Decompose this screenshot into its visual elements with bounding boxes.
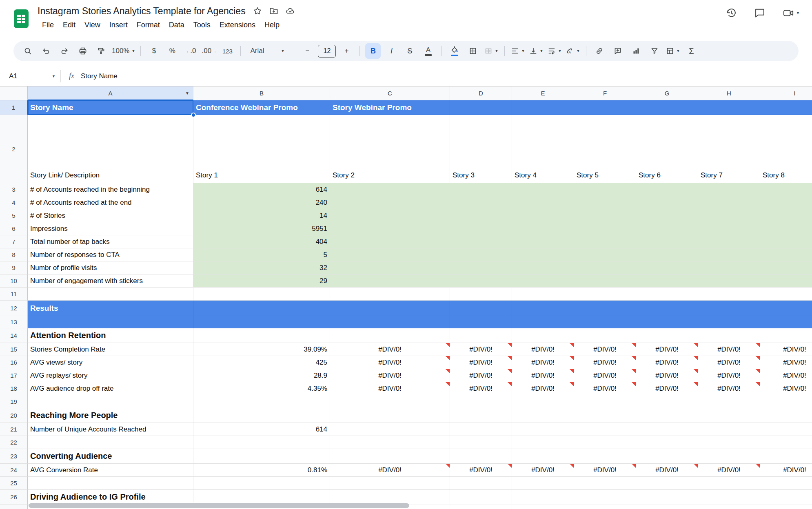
cell-G20[interactable] xyxy=(636,408,698,423)
paint-format-button[interactable] xyxy=(93,43,109,59)
cell-C4[interactable] xyxy=(330,196,450,209)
cell-E17[interactable]: #DIV/0! xyxy=(512,369,574,382)
cell-H11[interactable] xyxy=(698,288,760,301)
cell-C15[interactable]: #DIV/0! xyxy=(330,343,450,356)
print-button[interactable] xyxy=(75,43,91,59)
insert-link-button[interactable] xyxy=(592,43,607,59)
cell-G5[interactable] xyxy=(636,209,698,222)
cell-A10[interactable]: Number of engagement with stickers xyxy=(28,274,193,288)
increase-font-size-button[interactable]: + xyxy=(339,43,354,59)
cell-G3[interactable] xyxy=(636,183,698,196)
cell-E11[interactable] xyxy=(512,288,574,301)
decrease-font-size-button[interactable]: − xyxy=(300,43,315,59)
cell-G12[interactable] xyxy=(636,301,698,316)
row-header-6[interactable]: 6 xyxy=(0,222,28,235)
cell-C19[interactable] xyxy=(330,395,450,408)
cell-I5[interactable] xyxy=(760,209,812,222)
cell-H6[interactable] xyxy=(698,222,760,235)
cell-A9[interactable]: Numbr of profile visits xyxy=(28,261,193,274)
cell-I19[interactable] xyxy=(760,395,812,408)
format-currency-button[interactable]: $ xyxy=(146,43,162,59)
zoom-select[interactable]: 100%▼ xyxy=(112,43,135,59)
cell-B18[interactable]: 4.35% xyxy=(193,382,330,395)
vertical-align-button[interactable]: ▼ xyxy=(528,43,544,59)
cell-B17[interactable]: 28.9 xyxy=(193,369,330,382)
cell-B9[interactable]: 32 xyxy=(193,261,330,274)
row-header-23[interactable]: 23 xyxy=(0,449,28,464)
cell-D22[interactable] xyxy=(450,436,512,449)
cell-F15[interactable]: #DIV/0! xyxy=(574,343,636,356)
cell-I15[interactable]: #DIV/0! xyxy=(760,343,812,356)
cell-C6[interactable] xyxy=(330,222,450,235)
cell-H17[interactable]: #DIV/0! xyxy=(698,369,760,382)
cell-C20[interactable] xyxy=(330,408,450,423)
row-header-27[interactable] xyxy=(0,505,28,509)
row-header-2[interactable]: 2 xyxy=(0,115,28,183)
cell-C11[interactable] xyxy=(330,288,450,301)
cell-G15[interactable]: #DIV/0! xyxy=(636,343,698,356)
cell-E6[interactable] xyxy=(512,222,574,235)
cell-H15[interactable]: #DIV/0! xyxy=(698,343,760,356)
menu-format[interactable]: Format xyxy=(132,20,164,31)
merge-cells-button[interactable]: ▼ xyxy=(484,43,499,59)
cell-C22[interactable] xyxy=(330,436,450,449)
cell-H14[interactable] xyxy=(698,328,760,343)
cell-B15[interactable]: 39.09% xyxy=(193,343,330,356)
cell-I12[interactable] xyxy=(760,301,812,316)
cell-A25[interactable] xyxy=(28,477,193,490)
row-header-16[interactable]: 16 xyxy=(0,356,28,369)
menu-extensions[interactable]: Extensions xyxy=(215,20,260,31)
cell-C3[interactable] xyxy=(330,183,450,196)
row-header-13[interactable]: 13 xyxy=(0,316,28,328)
cell-A1[interactable]: Story Name xyxy=(28,100,193,115)
cell-F7[interactable] xyxy=(574,235,636,248)
cell-I17[interactable]: #DIV/0! xyxy=(760,369,812,382)
cell-H7[interactable] xyxy=(698,235,760,248)
cell-F19[interactable] xyxy=(574,395,636,408)
bold-button[interactable]: B xyxy=(365,43,381,59)
cell-I16[interactable]: #DIV/0! xyxy=(760,356,812,369)
row-header-24[interactable]: 24 xyxy=(0,464,28,477)
cell-A14[interactable]: Attention Retention xyxy=(28,328,193,343)
cell-H16[interactable]: #DIV/0! xyxy=(698,356,760,369)
cell-B23[interactable] xyxy=(193,449,330,464)
cell-C25[interactable] xyxy=(330,477,450,490)
font-size-input[interactable]: 12 xyxy=(318,45,336,58)
row-header-17[interactable]: 17 xyxy=(0,369,28,382)
cell-E20[interactable] xyxy=(512,408,574,423)
cell-H8[interactable] xyxy=(698,248,760,261)
column-header-F[interactable]: F xyxy=(574,86,636,100)
cell-G14[interactable] xyxy=(636,328,698,343)
row-header-3[interactable]: 3 xyxy=(0,183,28,196)
horizontal-align-button[interactable]: ▼ xyxy=(510,43,526,59)
text-color-button[interactable]: A xyxy=(420,43,436,59)
row-header-18[interactable]: 18 xyxy=(0,382,28,395)
row-header-12[interactable]: 12 xyxy=(0,301,28,316)
cell-C7[interactable] xyxy=(330,235,450,248)
borders-button[interactable] xyxy=(465,43,481,59)
cell-I7[interactable] xyxy=(760,235,812,248)
cell-F11[interactable] xyxy=(574,288,636,301)
cell-F9[interactable] xyxy=(574,261,636,274)
cell-D2[interactable]: Story 3 xyxy=(450,115,512,183)
functions-button[interactable]: Σ xyxy=(683,43,699,59)
cell-B3[interactable]: 614 xyxy=(193,183,330,196)
cell-G10[interactable] xyxy=(636,274,698,288)
cell-D9[interactable] xyxy=(450,261,512,274)
cell-F1[interactable] xyxy=(574,100,636,115)
column-header-B[interactable]: B xyxy=(193,86,330,100)
cell-A12[interactable]: Results xyxy=(28,301,193,316)
cell-B14[interactable] xyxy=(193,328,330,343)
cell-H1[interactable] xyxy=(698,100,760,115)
cell-G9[interactable] xyxy=(636,261,698,274)
cell-D4[interactable] xyxy=(450,196,512,209)
version-history-icon[interactable] xyxy=(725,7,737,19)
cell-C17[interactable]: #DIV/0! xyxy=(330,369,450,382)
cell-F24[interactable]: #DIV/0! xyxy=(574,464,636,477)
cell-B5[interactable]: 14 xyxy=(193,209,330,222)
select-all-corner[interactable] xyxy=(0,86,28,100)
cell-A16[interactable]: AVG views/ story xyxy=(28,356,193,369)
menu-help[interactable]: Help xyxy=(260,20,284,31)
cell-A24[interactable]: AVG Conversion Rate xyxy=(28,464,193,477)
cell-G22[interactable] xyxy=(636,436,698,449)
